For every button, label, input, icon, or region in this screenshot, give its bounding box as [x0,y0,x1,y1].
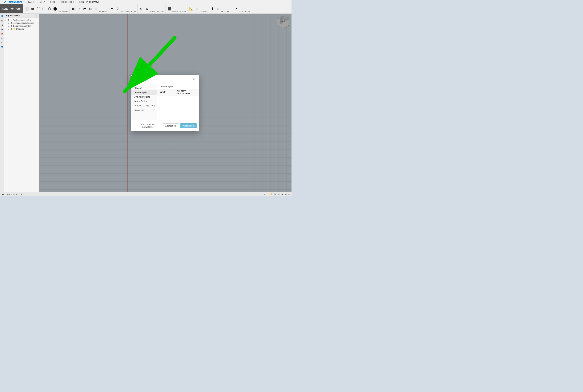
grid-icon[interactable]: ⊞ [1,19,4,22]
construct-button[interactable]: ⬛ [167,7,172,11]
status-icon-6[interactable]: ▣ [282,193,283,195]
back-icon[interactable]: ◀◀ [6,14,9,17]
new-body-button[interactable]: ⬜ [25,7,30,11]
revolve-button[interactable]: ⌒ [36,7,41,11]
tab-blech[interactable]: BLECH [47,0,59,4]
cancel-button[interactable]: Abbrechen [162,123,179,128]
combine-icon: ✦ [111,7,113,10]
status-icon-8[interactable]: ⊞ [288,193,290,195]
project-item-neues[interactable]: Neues Projekt [131,99,157,104]
einfügen-label[interactable]: EINFÜGEN ▾ [221,11,230,12]
ändern-dropdown-icon: ▾ [106,11,107,12]
browser-tree: ▼ 👁 📄 (Nicht gespeichert) ● ▶ ⚙ Dokument… [4,18,39,192]
config2-button[interactable]: ⊚ [144,7,150,11]
select-button[interactable]: Auswählen [180,123,197,128]
status-icon-1[interactable]: ⊕ [264,193,265,195]
comments-settings-icon[interactable]: ⚙ [20,193,22,195]
browser-settings-icon[interactable]: ⊟ [36,14,37,17]
tab-fläche[interactable]: FLÄCHE [25,0,37,4]
origin-icon: 📁 [13,28,16,30]
status-icon-4[interactable]: 🔍 [274,193,276,195]
left-sidebar: 👤 ⊞ ◀ ◀ 📌 👁 ≡ 👤 [0,14,4,192]
status-icon-2[interactable]: ⊡ [267,193,269,195]
fillet-button[interactable]: ▷ [77,7,82,11]
press-pull-button[interactable]: ◧ [71,7,76,11]
tab-dienstprogramme[interactable]: DIENSTPROGRAMME [77,0,102,4]
new-body-icon: ⬜ [25,7,29,10]
modal-section-header: PROJEKT [131,86,157,90]
status-icon-3[interactable]: ✋ [270,193,272,195]
arrow-left2-icon[interactable]: ◀ [1,28,4,31]
tab-volumenkörper[interactable]: VOLUMENKÖRPER [1,0,25,4]
zusammenfügen-label[interactable]: ZUSAMMENFÜGEN ▾ [120,11,136,12]
tab-netz[interactable]: NETZ [37,0,47,4]
tree-item-document[interactable]: ▼ 👁 📄 (Nicht gespeichert) ● [4,18,39,22]
extrude-icon: ▭ [31,7,34,10]
tree-item-settings[interactable]: ▶ ⚙ Dokumenteinstellungen [4,22,39,24]
zusammenfügen-section: ✦ ✧ ZUSAMMENFÜGEN ▾ [108,4,138,13]
auswählen-label[interactable]: AUSWÄHLEN ▾ [239,11,250,12]
tree-item-origin[interactable]: ▶ 👁 📁 Ursprung [4,28,39,30]
konstruktion-button[interactable]: KONSTRUKTION ▾ [0,4,23,13]
check2-button[interactable]: ⊞ [194,7,199,11]
press-pull-icon: ◧ [72,7,75,10]
hole-button[interactable]: ⬤ [53,7,58,11]
arrow-left-icon[interactable]: ◀ [1,23,4,26]
config1-button[interactable]: ⊙ [139,7,144,11]
assemble-button[interactable]: ✧ [115,7,120,11]
prüfen-label[interactable]: PRÜFEN ▾ [200,11,207,12]
konstruktion-label: KONSTRUKTION [2,8,20,10]
insert1-icon: ⬆ [211,7,214,10]
extrude-button[interactable]: ▭ [30,7,35,11]
status-icon-5[interactable]: 🔍 [278,193,280,195]
insert1-button[interactable]: ⬆ [210,7,215,11]
select-icon: ↗ [234,7,237,10]
visibility-icon[interactable]: 👁 [8,19,10,21]
project-item-myfirst[interactable]: My First Projects [131,94,157,99]
select-computer-button[interactable]: Auf Computer auswählen... [134,122,162,129]
status-icon-7[interactable]: ▦ [285,193,287,195]
status-right: ⊕ ⊡ ✋ 🔍 🔍 ▣ ▦ ⊞ [264,193,290,195]
tree-item-views[interactable]: ▶ 👁 Benannte Ansichten [4,24,39,28]
loft-button[interactable]: ⬡ [47,7,52,11]
tree-arrow-views: ▶ [8,25,10,27]
select-button[interactable]: ↗ [233,7,238,11]
eye-icon[interactable]: 👁 [1,36,4,40]
combine-button[interactable]: ✦ [109,7,114,11]
person-icon[interactable]: 👤 [1,45,4,48]
user-icon[interactable]: 👤 [1,14,4,18]
konfigurieren-label[interactable]: KONFIGURIEREN ▾ [150,11,164,12]
modal-action-buttons: Abbrechen Auswählen [162,123,197,128]
check1-button[interactable]: 📐 [189,7,194,11]
origin-visibility-icon[interactable]: 👁 [11,28,13,30]
layers-icon[interactable]: ≡ [1,41,4,44]
col-name-header[interactable]: NAME ↑ [160,90,177,94]
scale-button[interactable]: ⊞ [93,7,99,11]
revolve-icon: ⌒ [37,7,40,10]
prüfen-section: 📐 ⊞ PRÜFEN ▾ [188,4,209,13]
project-item-space[interactable]: Space City [131,108,157,112]
ändern-label[interactable]: ÄNDERN ▾ [99,11,107,12]
insert2-icon: ⊞ [217,7,219,10]
project-item-pla[interactable]: PLA_LED_Dog_Lamp [131,104,157,108]
sweep-button[interactable]: ◫ [41,7,47,11]
comments-label[interactable]: KOMMENTARE [6,193,19,195]
auswählen-section: ↗ AUSWÄHLEN ▾ [232,4,251,13]
shell-button[interactable]: ⊡ [88,7,93,11]
modal-close-button[interactable]: × [192,77,196,82]
modal-table-body [157,96,199,120]
chamfer-button[interactable]: ⬒ [82,7,87,11]
col-date-header: ZULETZT AKTUALISIERT [177,90,197,94]
tab-kunststoff[interactable]: KUNSTSTOFF [59,0,77,4]
einfügen-dropdown-icon: ▾ [230,11,230,12]
cad-viewport: VORNE RECHTS OBEN X Z Einfügen × [39,14,292,192]
modal-title: Einfügen [135,78,146,81]
document-label: (Nicht gespeichert) [13,19,29,21]
insert2-button[interactable]: ⊞ [216,7,221,11]
konstruieren-label[interactable]: KONSTRUIEREN ▾ [173,11,186,12]
pin-icon[interactable]: 📌 [1,32,4,35]
project-item-demo[interactable]: Demo Project [131,90,157,94]
erstellen-label[interactable]: ERSTELLEN ▾ [58,11,69,12]
document-dot-icon: ● [30,19,31,21]
fillet-icon: ▷ [78,7,80,10]
